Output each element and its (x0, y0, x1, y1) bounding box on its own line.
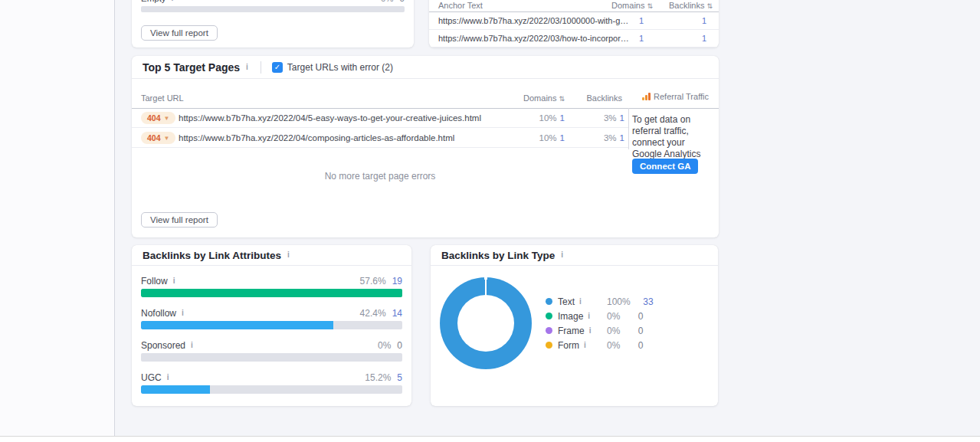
col-anchor-text: Anchor Text (438, 1, 483, 10)
legend-count[interactable]: 33 (631, 296, 654, 307)
empty-bar (141, 6, 405, 12)
bar-chart-icon (642, 93, 651, 100)
link-attributes-card: Backlinks by Link Attributes i Follow i … (132, 245, 411, 406)
attribute-row: Follow i 57.6% 19 (141, 273, 402, 305)
anchor-row: https://www.b7b7ha.xyz/2022/03/1000000-w… (429, 12, 719, 30)
backlinks-count[interactable]: 1 (702, 16, 706, 25)
view-full-report-button[interactable]: View full report (141, 25, 218, 41)
anchor-text-card: Anchor Text Domains⇅ Backlinks⇅ https://… (429, 0, 719, 47)
info-icon[interactable]: i (582, 342, 588, 349)
domains-cell: 10% 1 (539, 133, 565, 142)
col-domains[interactable]: Domains⇅ (523, 93, 565, 103)
legend-row: Frame i 0% 0 (546, 323, 634, 338)
anchor-link[interactable]: https://www.b7b7ha.xyz/2022/03/1000000-w… (438, 16, 630, 25)
anchor-type-row-pct: 0% (381, 0, 394, 3)
info-icon[interactable]: i (166, 374, 171, 381)
legend-pct: 0% (607, 326, 620, 336)
legend-count[interactable]: 0 (620, 311, 643, 322)
backlinks-count[interactable]: 1 (620, 133, 624, 142)
info-icon[interactable]: i (244, 64, 250, 71)
connect-ga-button[interactable]: Connect GA (632, 159, 698, 174)
legend-count[interactable]: 0 (620, 340, 643, 351)
sort-icon[interactable]: ⇅ (559, 95, 565, 103)
info-icon[interactable]: i (588, 327, 593, 335)
status-badge[interactable]: 404▼ (141, 132, 175, 144)
domains-cell: 10% 1 (539, 113, 565, 123)
left-gutter (0, 0, 115, 442)
info-icon[interactable]: i (586, 313, 592, 320)
col-backlinks[interactable]: Backlinks (587, 93, 622, 103)
attribute-bar-track (141, 353, 402, 362)
attribute-pct: 42.4% (360, 308, 386, 319)
chevron-down-icon: ▼ (164, 135, 170, 142)
info-icon[interactable]: i (578, 298, 583, 306)
attribute-label: Sponsored (141, 340, 185, 351)
anchor-link[interactable]: https://www.b7b7ha.xyz/2022/03/how-to-in… (438, 34, 630, 43)
target-url-link[interactable]: https://www.b7b7ha.xyz/2022/04/composing… (179, 133, 454, 142)
attribute-bar-track (141, 385, 402, 394)
window-bottom-edge (0, 436, 980, 442)
chevron-down-icon: ▼ (164, 115, 170, 122)
anchor-type-row-count: 0 (400, 0, 405, 3)
legend-dot-icon (546, 298, 552, 305)
error-filter-checkbox[interactable]: ✓ (272, 62, 283, 73)
legend-pct: 100% (607, 296, 631, 307)
anchor-type-row-label: Empty (141, 0, 166, 3)
status-badge[interactable]: 404▼ (141, 112, 175, 124)
legend-dot-icon (546, 342, 552, 349)
legend-pct: 0% (607, 340, 620, 351)
info-icon[interactable]: i (170, 0, 175, 2)
legend-pct: 0% (607, 311, 620, 322)
legend-label: Frame (558, 326, 585, 336)
link-type-header: Backlinks by Link Type i (431, 245, 718, 266)
view-full-report-button[interactable]: View full report (141, 212, 218, 228)
legend-count[interactable]: 0 (620, 326, 643, 336)
domains-pct: 10% (539, 113, 557, 123)
attribute-bar-track (141, 321, 402, 329)
backlinks-count[interactable]: 1 (620, 113, 624, 123)
row-divider (429, 47, 719, 47)
attribute-bar-fill (141, 321, 333, 329)
anchor-type-card: Empty i 0% 0 View full report (132, 0, 414, 47)
row-divider (132, 147, 628, 148)
domains-count[interactable]: 1 (639, 34, 644, 43)
attribute-pct: 57.6% (360, 276, 386, 286)
link-attributes-header: Backlinks by Link Attributes i (132, 245, 411, 266)
referral-column-divider (628, 108, 629, 149)
attribute-bar-track (141, 289, 402, 297)
attribute-bar-fill (141, 289, 402, 297)
empty-message: No more target page errors (132, 171, 628, 182)
target-pages-card: Top 5 Target Pages i ✓ Target URLs with … (132, 56, 719, 237)
backlinks-count[interactable]: 1 (702, 34, 706, 43)
sort-icon[interactable]: ⇅ (706, 2, 713, 10)
info-icon[interactable]: i (180, 309, 185, 317)
backlinks-cell: 3% 1 (604, 113, 624, 123)
info-icon[interactable]: i (189, 342, 195, 349)
attribute-label: Follow (141, 276, 168, 286)
legend-label: Image (558, 311, 583, 322)
legend-label: Text (558, 296, 575, 307)
legend-dot-icon (546, 313, 552, 319)
target-pages-header: Top 5 Target Pages i ✓ Target URLs with … (132, 56, 719, 79)
backlinks-pct: 3% (604, 133, 617, 142)
domains-count[interactable]: 1 (639, 16, 644, 25)
attribute-count[interactable]: 0 (397, 340, 402, 351)
target-row: 404▼ https://www.b7b7ha.xyz/2022/04/5-ea… (132, 108, 628, 128)
sort-icon[interactable]: ⇅ (647, 2, 653, 10)
card-title: Backlinks by Link Type (441, 250, 555, 261)
attribute-row: Sponsored i 0% 0 (141, 337, 402, 369)
col-domains[interactable]: Domains⇅ (611, 1, 653, 10)
col-backlinks[interactable]: Backlinks⇅ (669, 1, 713, 10)
attribute-count[interactable]: 19 (392, 276, 402, 286)
legend-dot-icon (546, 327, 552, 334)
domains-count[interactable]: 1 (560, 133, 565, 142)
info-icon[interactable]: i (286, 251, 291, 259)
info-icon[interactable]: i (172, 277, 177, 285)
col-referral-traffic: Referral Traffic (642, 92, 709, 101)
domains-count[interactable]: 1 (560, 113, 565, 123)
donut-hole (457, 295, 514, 352)
attribute-count[interactable]: 5 (397, 372, 402, 383)
target-url-link[interactable]: https://www.b7b7ha.xyz/2022/04/5-easy-wa… (179, 113, 481, 123)
info-icon[interactable]: i (559, 251, 565, 259)
attribute-count[interactable]: 14 (392, 308, 402, 319)
